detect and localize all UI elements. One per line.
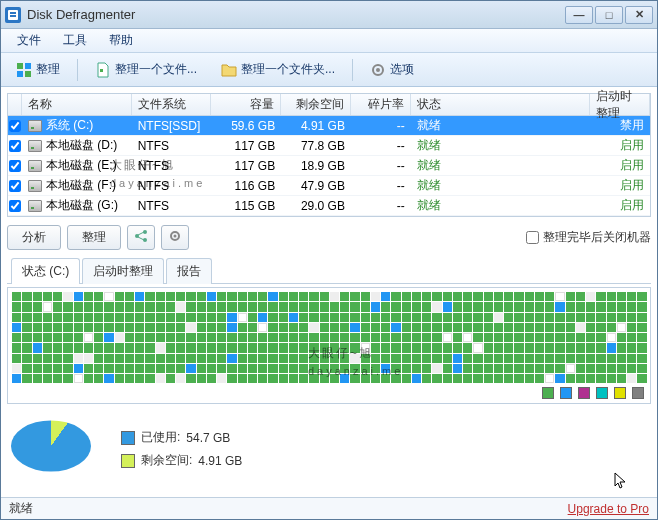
map-cell xyxy=(289,302,298,311)
map-cell xyxy=(268,333,277,342)
map-cell xyxy=(596,354,605,363)
map-cell xyxy=(576,313,585,322)
cell-capacity: 115 GB xyxy=(211,199,281,213)
maximize-button[interactable]: □ xyxy=(595,6,623,24)
map-cell xyxy=(166,323,175,332)
cell-frag: -- xyxy=(351,179,411,193)
map-cell xyxy=(176,302,185,311)
shutdown-checkbox[interactable] xyxy=(526,231,539,244)
cell-frag: -- xyxy=(351,199,411,213)
map-cell xyxy=(145,313,154,322)
cell-action[interactable]: 启用 xyxy=(590,137,650,154)
cell-frag: -- xyxy=(351,119,411,133)
col-fs[interactable]: 文件系统 xyxy=(132,94,212,115)
col-capacity[interactable]: 容量 xyxy=(211,94,281,115)
row-checkbox[interactable] xyxy=(8,120,22,132)
cell-action[interactable]: 启用 xyxy=(590,157,650,174)
toolbar-options[interactable]: 选项 xyxy=(363,57,421,82)
map-cell xyxy=(453,374,462,383)
toolbar-defrag-folder[interactable]: 整理一个文件夹... xyxy=(214,57,342,82)
col-free[interactable]: 剩余空间 xyxy=(281,94,351,115)
table-row[interactable]: 本地磁盘 (D:)NTFS117 GB77.8 GB--就绪启用 xyxy=(8,136,650,156)
table-row[interactable]: 本地磁盘 (F:)NTFS116 GB47.9 GB--就绪启用 xyxy=(8,176,650,196)
share-button[interactable] xyxy=(127,225,155,250)
map-cell xyxy=(289,354,298,363)
map-cell xyxy=(43,292,52,301)
table-row[interactable]: 本地磁盘 (E:)NTFS117 GB18.9 GB--就绪启用 xyxy=(8,156,650,176)
row-checkbox[interactable] xyxy=(8,140,22,152)
map-cell xyxy=(463,364,472,373)
tab-boot[interactable]: 启动时整理 xyxy=(82,258,164,284)
toolbar-defrag[interactable]: 整理 xyxy=(9,57,67,82)
tab-strip: 状态 (C:) 启动时整理 报告 xyxy=(7,258,651,284)
map-cell xyxy=(371,302,380,311)
map-cell xyxy=(371,292,380,301)
minimize-button[interactable]: — xyxy=(565,6,593,24)
map-cell xyxy=(586,292,595,301)
map-cell xyxy=(135,343,144,352)
map-cell xyxy=(330,302,339,311)
map-cell xyxy=(258,364,267,373)
toolbar-options-label: 选项 xyxy=(390,61,414,78)
map-cell xyxy=(166,333,175,342)
tab-report[interactable]: 报告 xyxy=(166,258,212,284)
table-row[interactable]: 本地磁盘 (G:)NTFS115 GB29.0 GB--就绪启用 xyxy=(8,196,650,216)
map-cell xyxy=(453,302,462,311)
cell-action[interactable]: 启用 xyxy=(590,197,650,214)
table-row[interactable]: 系统 (C:)NTFS[SSD]59.6 GB4.91 GB--就绪禁用 xyxy=(8,116,650,136)
cell-action[interactable]: 启用 xyxy=(590,177,650,194)
map-cell xyxy=(330,343,339,352)
map-cell xyxy=(115,292,124,301)
map-cell xyxy=(330,313,339,322)
titlebar[interactable]: Disk Defragmenter — □ ✕ xyxy=(1,1,657,29)
map-cell xyxy=(156,374,165,383)
map-cell xyxy=(443,323,452,332)
upgrade-link[interactable]: Upgrade to Pro xyxy=(568,502,649,516)
map-cell xyxy=(617,292,626,301)
map-cell xyxy=(545,292,554,301)
map-cell xyxy=(453,343,462,352)
col-name[interactable]: 名称 xyxy=(22,94,132,115)
used-value: 54.7 GB xyxy=(186,431,230,445)
map-cell xyxy=(473,323,482,332)
map-cell xyxy=(473,374,482,383)
stats-row: 已使用: 54.7 GB 剩余空间: 4.91 GB xyxy=(7,408,651,490)
map-cell xyxy=(238,292,247,301)
row-checkbox[interactable] xyxy=(8,180,22,192)
map-cell xyxy=(289,323,298,332)
map-cell xyxy=(309,374,318,383)
map-cell xyxy=(12,333,21,342)
tab-status[interactable]: 状态 (C:) xyxy=(11,258,80,284)
map-cell xyxy=(289,313,298,322)
map-cell xyxy=(576,302,585,311)
map-cell xyxy=(566,313,575,322)
map-cell xyxy=(422,323,431,332)
cell-action[interactable]: 禁用 xyxy=(590,117,650,134)
map-cell xyxy=(463,343,472,352)
menu-help[interactable]: 帮助 xyxy=(99,30,143,51)
menu-file[interactable]: 文件 xyxy=(7,30,51,51)
shutdown-checkbox-wrap[interactable]: 整理完毕后关闭机器 xyxy=(526,229,651,246)
row-checkbox[interactable] xyxy=(8,200,22,212)
analyze-button[interactable]: 分析 xyxy=(7,225,61,250)
map-cell xyxy=(166,302,175,311)
col-action[interactable]: 启动时整理 xyxy=(590,94,650,115)
map-cell xyxy=(268,292,277,301)
map-cell xyxy=(422,343,431,352)
menu-tools[interactable]: 工具 xyxy=(53,30,97,51)
map-cell xyxy=(207,292,216,301)
map-cell xyxy=(74,313,83,322)
row-checkbox[interactable] xyxy=(8,160,22,172)
toolbar-defrag-file[interactable]: 整理一个文件... xyxy=(88,57,204,82)
map-cell xyxy=(350,292,359,301)
map-cell xyxy=(279,292,288,301)
defrag-button[interactable]: 整理 xyxy=(67,225,121,250)
legend-swatch xyxy=(614,387,626,399)
close-button[interactable]: ✕ xyxy=(625,6,653,24)
settings-button[interactable] xyxy=(161,225,189,250)
svg-rect-1 xyxy=(10,12,16,14)
map-cell xyxy=(238,313,247,322)
stat-free: 剩余空间: 4.91 GB xyxy=(121,452,242,469)
col-frag[interactable]: 碎片率 xyxy=(351,94,411,115)
col-status[interactable]: 状态 xyxy=(411,94,590,115)
